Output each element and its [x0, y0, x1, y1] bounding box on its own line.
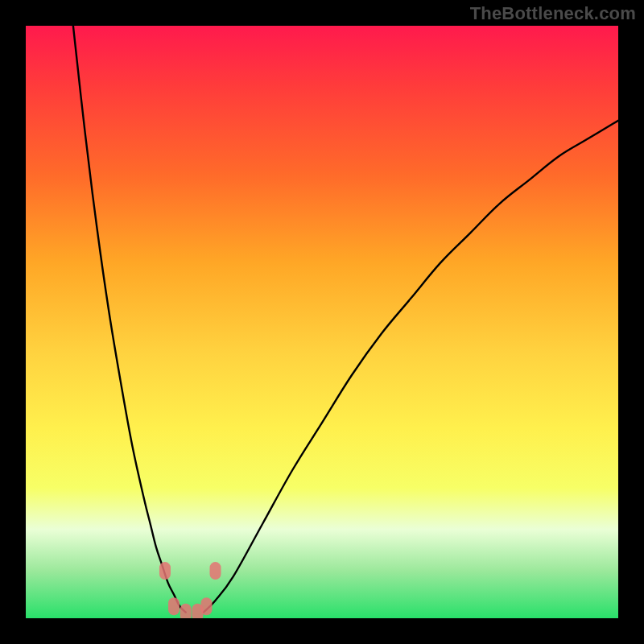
marker-2: [180, 604, 192, 618]
marker-1: [168, 597, 180, 615]
chart-frame: TheBottleneck.com: [0, 0, 644, 644]
curve-svg: [26, 26, 618, 618]
attribution-label: TheBottleneck.com: [470, 3, 636, 24]
series-right-branch: [204, 121, 618, 613]
marker-0: [159, 562, 171, 580]
plot-area: [26, 26, 618, 618]
marker-4: [200, 597, 212, 615]
marker-group: [159, 562, 221, 618]
series-left-branch: [73, 26, 186, 613]
marker-5: [210, 562, 221, 580]
curve-group: [73, 26, 618, 613]
